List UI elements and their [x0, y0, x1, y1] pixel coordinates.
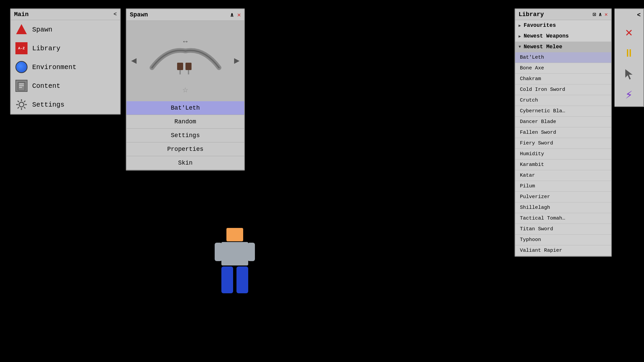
- library-panel-header: Library ⊡ ∧ ✕: [515, 9, 611, 20]
- library-item-titan-sword[interactable]: Titan Sword: [515, 224, 611, 235]
- library-minimize-icon[interactable]: ∧: [599, 11, 602, 18]
- main-menu-settings-label: Settings: [32, 101, 64, 109]
- spawn-panel: Spawn ∧ ✕ ↔ ◄ ► ☆ Bat'Leth: [126, 8, 245, 171]
- library-item-humidity[interactable]: Humidity: [515, 149, 611, 160]
- main-panel: Main < Spawn A-Z Library Environment C: [10, 8, 121, 115]
- library-item-fiery-sword[interactable]: Fiery Sword: [515, 138, 611, 149]
- svg-marker-18: [625, 69, 633, 80]
- library-item-batleth[interactable]: Bat'Leth: [515, 52, 611, 63]
- library-item-valiant-rapier[interactable]: Valiant Rapier: [515, 245, 611, 256]
- library-item-fallen-sword[interactable]: Fallen Sword: [515, 127, 611, 138]
- svg-rect-19: [226, 228, 243, 241]
- library-category-favourites[interactable]: ▶ Favourites: [515, 20, 611, 31]
- library-close-icon[interactable]: ✕: [604, 11, 608, 18]
- spawn-prev-button[interactable]: ◄: [131, 56, 137, 66]
- library-item-bone-axe[interactable]: Bone Axe: [515, 63, 611, 74]
- svg-rect-4: [19, 87, 22, 88]
- main-menu-content-label: Content: [32, 82, 60, 90]
- library-item-dancer-blade[interactable]: Dancer Blade: [515, 117, 611, 127]
- toolbar-lightning-button[interactable]: ⚡: [620, 86, 638, 104]
- library-item-pilum[interactable]: Pilum: [515, 181, 611, 192]
- weapon-preview: [145, 41, 226, 81]
- content-icon: [15, 80, 28, 92]
- main-menu-spawn[interactable]: Spawn: [11, 20, 120, 39]
- library-icon: A-Z: [15, 42, 28, 54]
- toolbar-close-button[interactable]: ✕: [620, 24, 638, 41]
- library-item-pulverizer[interactable]: Pulverizer: [515, 192, 611, 202]
- svg-line-12: [24, 101, 25, 102]
- spawn-panel-title: Spawn: [130, 11, 148, 18]
- spawn-next-button[interactable]: ►: [234, 56, 239, 66]
- newest-weapons-arrow: ▶: [519, 34, 521, 39]
- library-item-tactical-tomahawk[interactable]: Tactical Tomah…: [515, 213, 611, 224]
- toolbar-collapse[interactable]: <: [637, 12, 641, 18]
- svg-rect-14: [177, 63, 183, 70]
- main-menu-environment-label: Environment: [32, 63, 76, 71]
- library-header-controls: ⊡ ∧ ✕: [593, 11, 608, 18]
- svg-line-10: [18, 101, 19, 102]
- favourites-arrow: ▶: [519, 23, 521, 28]
- favourite-star[interactable]: ☆: [182, 84, 188, 95]
- main-panel-collapse[interactable]: <: [113, 11, 117, 17]
- library-window-icon[interactable]: ⊡: [593, 11, 596, 18]
- library-item-shillelagh[interactable]: Shillelagh: [515, 202, 611, 213]
- spawn-skin[interactable]: Skin: [126, 156, 244, 170]
- spawn-header-controls: ∧ ✕: [230, 11, 241, 18]
- main-menu-library-label: Library: [32, 45, 60, 52]
- library-category-newest-melee[interactable]: ▼ Newest Melee: [515, 42, 611, 52]
- spawn-settings[interactable]: Settings: [126, 129, 244, 142]
- spawn-minimize-icon[interactable]: ∧: [230, 11, 234, 18]
- newest-weapons-label: Newest Weapons: [524, 33, 569, 39]
- svg-rect-3: [19, 85, 24, 86]
- spawn-properties[interactable]: Properties: [126, 142, 244, 156]
- svg-line-13: [18, 107, 19, 109]
- library-item-katar[interactable]: Katar: [515, 170, 611, 181]
- favourites-label: Favourites: [524, 22, 556, 28]
- svg-rect-2: [19, 83, 24, 84]
- svg-rect-22: [248, 243, 255, 261]
- library-item-crutch[interactable]: Crutch: [515, 95, 611, 106]
- svg-rect-20: [221, 242, 248, 265]
- spawn-random[interactable]: Random: [126, 115, 244, 129]
- spawn-icon: [15, 23, 28, 36]
- library-panel-title: Library: [519, 11, 544, 18]
- newest-melee-label: Newest Melee: [524, 44, 562, 50]
- right-toolbar: < ✕ ⏸ ⚡: [614, 8, 644, 107]
- library-category-newest-weapons[interactable]: ▶ Newest Weapons: [515, 31, 611, 42]
- svg-rect-21: [215, 243, 222, 261]
- toolbar-pause-button[interactable]: ⏸: [620, 45, 638, 62]
- svg-rect-23: [221, 266, 233, 293]
- main-panel-header: Main <: [11, 9, 120, 20]
- library-item-chakram[interactable]: Chakram: [515, 74, 611, 84]
- environment-icon: [15, 61, 28, 73]
- svg-marker-0: [16, 24, 27, 34]
- library-item-typhoon[interactable]: Typhoon: [515, 235, 611, 245]
- svg-rect-15: [185, 63, 192, 70]
- svg-rect-24: [236, 266, 248, 293]
- main-menu-environment[interactable]: Environment: [11, 58, 120, 76]
- toolbar-cursor-button[interactable]: [620, 65, 638, 83]
- spawn-preview-area: ↔ ◄ ► ☆: [126, 21, 244, 101]
- settings-icon: [15, 99, 28, 111]
- library-item-karambit[interactable]: Karambit: [515, 160, 611, 170]
- spawn-resize-arrow[interactable]: ↔: [183, 38, 187, 46]
- library-content: ▶ Favourites ▶ Newest Weapons ▼ Newest M…: [515, 20, 611, 256]
- spawn-panel-header: Spawn ∧ ✕: [126, 9, 244, 21]
- newest-melee-arrow: ▼: [519, 45, 521, 49]
- library-item-cold-iron-sword[interactable]: Cold Iron Sword: [515, 84, 611, 95]
- main-menu-spawn-label: Spawn: [32, 26, 52, 34]
- main-menu-library[interactable]: A-Z Library: [11, 39, 120, 58]
- svg-point-5: [19, 102, 24, 107]
- svg-line-11: [24, 107, 25, 109]
- main-panel-title: Main: [14, 11, 29, 18]
- scene-character: [215, 228, 255, 295]
- spawn-batleth[interactable]: Bat'Leth: [126, 101, 244, 115]
- library-panel: Library ⊡ ∧ ✕ ▶ Favourites ▶ Newest Weap…: [515, 8, 612, 257]
- library-item-cybernetic-blade[interactable]: Cybernetic Bla…: [515, 106, 611, 117]
- main-menu-content[interactable]: Content: [11, 76, 120, 95]
- spawn-close-icon[interactable]: ✕: [237, 11, 241, 18]
- main-menu-settings[interactable]: Settings: [11, 95, 120, 114]
- toolbar-header: <: [614, 12, 643, 20]
